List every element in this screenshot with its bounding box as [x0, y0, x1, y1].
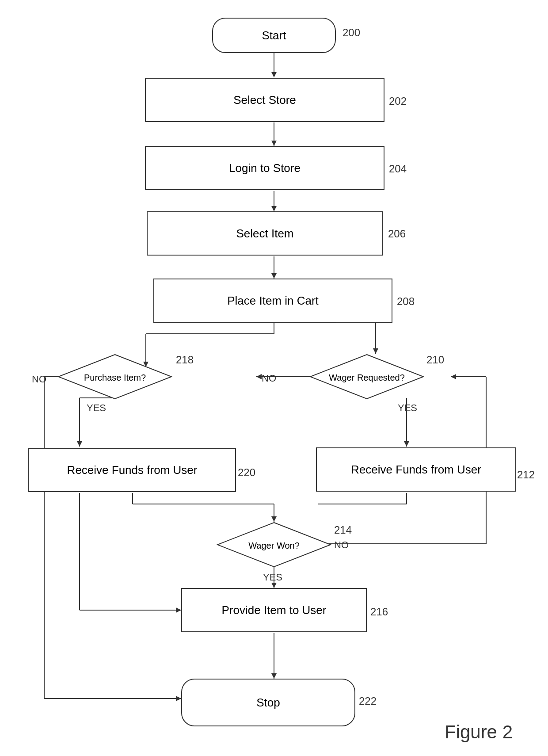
select-item-ref: 206 — [388, 228, 406, 240]
svg-marker-34 — [451, 374, 456, 379]
receive-funds-left-label: Receive Funds from User — [67, 463, 198, 477]
receive-funds-right-label: Receive Funds from User — [351, 463, 481, 477]
svg-marker-1 — [271, 72, 277, 77]
purchase-item-diamond: Purchase Item? — [57, 354, 172, 400]
stop-node: Stop — [181, 679, 355, 726]
select-store-ref: 202 — [389, 95, 407, 107]
figure-label: Figure 2 — [445, 722, 513, 743]
svg-marker-43 — [176, 607, 181, 613]
stop-ref: 222 — [359, 695, 377, 707]
place-item-label: Place Item in Cart — [227, 294, 319, 308]
select-store-node: Select Store — [145, 78, 384, 122]
svg-marker-26 — [271, 516, 277, 522]
svg-marker-40 — [271, 673, 277, 679]
select-store-label: Select Store — [233, 93, 296, 107]
svg-marker-38 — [176, 696, 181, 701]
stop-label: Stop — [256, 696, 280, 710]
svg-marker-16 — [256, 374, 262, 379]
login-store-node: Login to Store — [145, 146, 384, 190]
purchase-yes-label: YES — [87, 402, 106, 414]
start-ref: 200 — [342, 27, 360, 39]
svg-text:Purchase Item?: Purchase Item? — [84, 373, 146, 382]
svg-marker-10 — [373, 348, 378, 354]
login-store-ref: 204 — [389, 163, 407, 175]
place-item-ref: 208 — [397, 295, 415, 308]
flowchart-diagram: Start 200 Select Store 202 Login to Stor… — [0, 0, 548, 756]
svg-marker-30 — [271, 583, 277, 588]
svg-marker-18 — [404, 441, 409, 447]
start-node: Start — [212, 18, 336, 53]
wager-won-no-label: NO — [334, 539, 349, 551]
purchase-no-label: NO — [32, 374, 46, 385]
svg-marker-5 — [271, 206, 277, 211]
svg-marker-3 — [271, 141, 277, 146]
receive-funds-left-ref: 220 — [238, 466, 255, 479]
svg-marker-21 — [77, 441, 82, 447]
select-item-node: Select Item — [147, 211, 383, 256]
receive-funds-right-node: Receive Funds from User — [316, 447, 516, 492]
provide-item-node: Provide Item to User — [181, 588, 367, 632]
wager-requested-ref: 210 — [426, 354, 444, 366]
receive-funds-right-ref: 212 — [517, 469, 535, 481]
svg-marker-7 — [271, 273, 277, 279]
start-label: Start — [262, 29, 286, 42]
login-store-label: Login to Store — [229, 161, 301, 175]
svg-text:Wager Won?: Wager Won? — [248, 541, 300, 550]
svg-text:Wager Requested?: Wager Requested? — [329, 373, 405, 382]
select-item-label: Select Item — [236, 227, 293, 241]
receive-funds-left-node: Receive Funds from User — [28, 448, 236, 492]
wager-won-yes-label: YES — [263, 572, 282, 583]
purchase-item-ref: 218 — [176, 354, 194, 366]
provide-item-label: Provide Item to User — [222, 603, 327, 617]
wager-won-diamond: Wager Won? — [217, 522, 331, 568]
wager-won-ref: 214 — [334, 524, 352, 536]
place-item-node: Place Item in Cart — [153, 279, 392, 323]
wager-yes-label: YES — [398, 402, 417, 414]
wager-requested-diamond: Wager Requested? — [309, 354, 424, 400]
wager-no-label: NO — [262, 373, 276, 384]
provide-item-ref: 216 — [370, 606, 388, 618]
